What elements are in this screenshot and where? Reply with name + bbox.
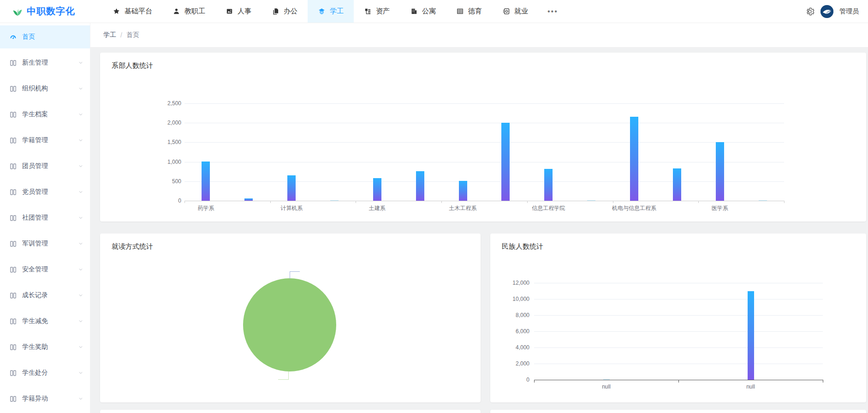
teacher-icon — [172, 7, 180, 15]
axis-tick — [784, 201, 785, 203]
axis-tick — [527, 201, 528, 203]
next-row-card-partial — [490, 410, 866, 413]
sidebar-item-12[interactable]: 学生减免 — [0, 310, 90, 333]
nav-item-6[interactable]: 资产 — [354, 0, 400, 23]
top-navbar: 中职数字化 基础平台教职工人事办公学工资产公寓德育就业 ••• 管理员 — [0, 0, 868, 23]
sidebar-item-label: 学籍管理 — [22, 136, 48, 144]
gridline — [534, 331, 823, 332]
chevron-down-icon — [78, 318, 83, 324]
sidebar-item-5[interactable]: 学籍管理 — [0, 129, 90, 152]
pie-callout-line — [288, 371, 289, 379]
sidebar-item-label: 成长记录 — [22, 291, 48, 299]
sidebar-item-2[interactable]: 新生管理 — [0, 51, 90, 74]
book-icon — [9, 188, 17, 196]
x-axis-label: 机电与信息工程系 — [612, 204, 656, 212]
nav-item-label: 基础平台 — [125, 7, 152, 16]
x-axis-label: null — [602, 383, 611, 390]
y-axis-label: 8,000 — [483, 312, 529, 318]
sidebar-item-9[interactable]: 军训管理 — [0, 232, 90, 255]
ellipsis-icon: ••• — [547, 7, 558, 16]
bar — [716, 142, 724, 201]
study-mode-pie-chart — [100, 233, 481, 402]
nav-item-7[interactable]: 公寓 — [400, 0, 446, 23]
axis-tick — [613, 201, 613, 203]
nav-item-label: 办公 — [284, 7, 297, 16]
department-count-card: 系部人数统计 05001,0001,5002,0002,500药学系计算机系土建… — [100, 53, 866, 221]
sidebar-item-3[interactable]: 组织机构 — [0, 77, 90, 100]
y-axis-label: 6,000 — [483, 328, 529, 335]
sidebar-item-14[interactable]: 学生处分 — [0, 361, 90, 384]
x-axis-label: 土木工程系 — [449, 204, 477, 212]
apartment-icon — [410, 7, 418, 15]
chevron-down-icon — [78, 86, 83, 91]
chevron-down-icon — [78, 215, 83, 221]
axis-tick — [356, 201, 356, 203]
chevron-down-icon — [78, 60, 83, 66]
nav-item-label: 学工 — [330, 7, 344, 16]
sidebar: 首页新生管理组织机构学生档案学籍管理团员管理党员管理社团管理军训管理安全管理成长… — [0, 23, 90, 413]
nav-item-1[interactable]: 基础平台 — [102, 0, 162, 23]
pie-callout-line — [290, 271, 300, 272]
sidebar-item-label: 组织机构 — [22, 84, 48, 93]
axis-tick — [678, 380, 679, 383]
y-axis-label: 2,500 — [135, 100, 181, 107]
nav-item-8[interactable]: 德育 — [446, 0, 492, 23]
sidebar-item-15[interactable]: 学籍异动 — [0, 387, 90, 410]
nav-item-4[interactable]: 办公 — [262, 0, 308, 23]
breadcrumb: 学工 / 首页 — [90, 23, 868, 47]
nav-item-label: 资产 — [376, 7, 390, 16]
y-axis-label: 500 — [135, 178, 181, 185]
chevron-down-icon — [78, 163, 83, 169]
book-icon — [9, 240, 17, 248]
sidebar-item-label: 团员管理 — [22, 162, 48, 170]
pie-callout-line — [278, 379, 289, 380]
ethnicity-count-card: 民族人数统计 02,0004,0006,0008,00010,00012,000… — [490, 233, 866, 402]
nav-item-3[interactable]: 人事 — [215, 0, 262, 23]
nav-item-label: 德育 — [468, 7, 482, 16]
avatar[interactable] — [820, 5, 833, 18]
y-axis-label: 0 — [135, 198, 181, 204]
bar — [587, 200, 595, 201]
axis-tick — [441, 201, 442, 203]
sidebar-item-10[interactable]: 安全管理 — [0, 258, 90, 281]
chevron-down-icon — [78, 189, 83, 195]
x-axis-label: 信息工程学院 — [532, 204, 565, 212]
gridline — [184, 181, 784, 182]
sidebar-item-13[interactable]: 学生奖助 — [0, 335, 90, 359]
sidebar-item-4[interactable]: 学生档案 — [0, 103, 90, 126]
sidebar-item-11[interactable]: 成长记录 — [0, 284, 90, 307]
nav-more-button[interactable]: ••• — [538, 7, 567, 16]
gear-icon[interactable] — [805, 7, 814, 16]
gridline — [534, 347, 823, 348]
sidebar-item-label: 军训管理 — [22, 239, 48, 248]
breadcrumb-section[interactable]: 学工 — [103, 31, 116, 39]
app-logo[interactable]: 中职数字化 — [0, 5, 90, 18]
nav-item-2[interactable]: 教职工 — [162, 0, 215, 23]
x-axis-label: null — [746, 383, 755, 390]
top-nav-menu: 基础平台教职工人事办公学工资产公寓德育就业 — [102, 0, 538, 23]
x-axis-label: 医学系 — [712, 204, 728, 212]
bar — [459, 181, 467, 201]
nav-item-5[interactable]: 学工 — [308, 0, 354, 23]
sidebar-item-7[interactable]: 党员管理 — [0, 180, 90, 204]
student-icon — [318, 7, 326, 15]
chevron-down-icon — [78, 138, 83, 143]
sprout-icon — [12, 6, 23, 17]
ethnicity-bar-chart: 02,0004,0006,0008,00010,00012,000nullnul… — [490, 233, 866, 402]
gridline — [184, 142, 784, 143]
sidebar-item-label: 学生减免 — [22, 317, 48, 325]
nav-item-9[interactable]: 就业 — [492, 0, 538, 23]
gridline — [184, 103, 784, 104]
main-content: 学工 / 首页 系部人数统计 05001,0001,5002,0002,500药… — [90, 23, 868, 413]
chevron-down-icon — [78, 344, 83, 350]
hr-icon — [226, 7, 233, 15]
bar — [244, 198, 253, 201]
book-icon — [9, 111, 17, 119]
bar — [759, 200, 767, 201]
sidebar-item-1[interactable]: 首页 — [0, 25, 90, 48]
breadcrumb-current: 首页 — [126, 31, 139, 39]
department-bar-chart: 05001,0001,5002,0002,500药学系计算机系土建系土木工程系信… — [100, 53, 866, 221]
sidebar-item-6[interactable]: 团员管理 — [0, 155, 90, 178]
moral-icon — [456, 7, 464, 15]
sidebar-item-8[interactable]: 社团管理 — [0, 206, 90, 229]
